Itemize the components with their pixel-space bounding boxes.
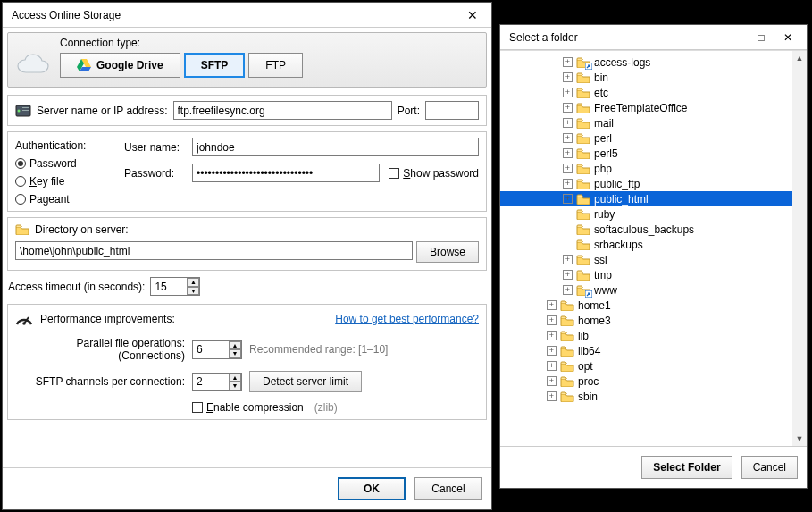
tree-item[interactable]: +tmp bbox=[500, 267, 807, 282]
tree-item[interactable]: +public_html bbox=[500, 191, 807, 206]
parallel-spin-up[interactable]: ▲ bbox=[229, 341, 241, 350]
gdrive-label: Google Drive bbox=[96, 59, 163, 71]
username-input[interactable] bbox=[192, 138, 479, 156]
directory-input[interactable] bbox=[15, 241, 413, 260]
tree-item[interactable]: +php bbox=[500, 161, 807, 176]
tree-item[interactable]: +lib64 bbox=[500, 343, 807, 358]
expand-icon[interactable]: + bbox=[547, 361, 557, 371]
dialog-title: Access Online Storage bbox=[8, 9, 459, 21]
expand-icon[interactable]: + bbox=[563, 103, 573, 113]
expand-icon[interactable]: + bbox=[563, 179, 573, 189]
folder-icon bbox=[576, 88, 590, 98]
parallel-spin-down[interactable]: ▼ bbox=[229, 349, 241, 358]
tree-item[interactable]: +mail bbox=[500, 115, 807, 130]
tree-item[interactable]: +FreeTemplateOffice bbox=[500, 100, 807, 115]
channels-label: SFTP channels per connection: bbox=[15, 375, 185, 388]
auth-section: Authentication: Password Key file Pagean… bbox=[7, 131, 487, 212]
tree-item[interactable]: +lib bbox=[500, 328, 807, 343]
server-section: Server name or IP address: Port: bbox=[7, 95, 487, 126]
tree-item[interactable]: +bin bbox=[500, 70, 807, 85]
connection-gdrive-button[interactable]: Google Drive bbox=[60, 53, 180, 78]
expand-icon[interactable]: + bbox=[547, 315, 557, 325]
expand-icon[interactable]: + bbox=[563, 164, 573, 173]
expand-icon[interactable]: + bbox=[563, 285, 573, 295]
expand-icon[interactable]: + bbox=[563, 118, 573, 128]
close-icon[interactable]: ✕ bbox=[774, 28, 801, 47]
expand-icon[interactable]: + bbox=[563, 72, 573, 82]
auth-keyfile-label: Key file bbox=[29, 175, 64, 188]
tree-item[interactable]: +etc bbox=[500, 85, 807, 100]
expand-icon[interactable]: + bbox=[547, 346, 557, 356]
tree-item-label: mail bbox=[594, 117, 614, 130]
password-input[interactable] bbox=[192, 164, 380, 182]
close-icon[interactable]: ✕ bbox=[459, 5, 486, 25]
scroll-up-icon[interactable]: ▲ bbox=[792, 51, 807, 65]
scroll-down-icon[interactable]: ▼ bbox=[792, 432, 807, 446]
sftp-label: SFTP bbox=[201, 59, 229, 71]
tree-item[interactable]: +perl bbox=[500, 130, 807, 146]
tree-item-label: php bbox=[594, 163, 612, 175]
minimize-icon[interactable]: — bbox=[721, 28, 748, 47]
tree-item[interactable]: +opt bbox=[500, 358, 807, 374]
folder-tree[interactable]: +access-logs+bin+etc+FreeTemplateOffice+… bbox=[500, 50, 807, 446]
ftp-label: FTP bbox=[265, 59, 286, 71]
detect-server-limit-button[interactable]: Detect server limit bbox=[249, 371, 362, 392]
expand-icon[interactable]: + bbox=[563, 133, 573, 143]
tree-item-label: perl bbox=[594, 132, 612, 145]
expand-icon[interactable]: + bbox=[563, 148, 573, 158]
cancel-button[interactable]: Cancel bbox=[414, 477, 482, 500]
connection-ftp-button[interactable]: FTP bbox=[248, 53, 303, 78]
timeout-spin-up[interactable]: ▲ bbox=[187, 278, 199, 287]
tree-item[interactable]: +proc bbox=[500, 374, 807, 389]
tree-item[interactable]: +public_ftp bbox=[500, 176, 807, 191]
tree-item-label: srbackups bbox=[594, 239, 643, 251]
tree-item-label: home3 bbox=[578, 315, 611, 327]
tree-item[interactable]: +www bbox=[500, 282, 807, 298]
server-input[interactable] bbox=[173, 101, 392, 120]
tree-item[interactable]: +sbin bbox=[500, 389, 807, 404]
expand-icon[interactable]: + bbox=[547, 376, 557, 386]
auth-pageant-radio[interactable]: Pageant bbox=[15, 193, 113, 206]
tree-item[interactable]: +access-logs bbox=[500, 55, 807, 70]
expand-icon[interactable]: + bbox=[547, 331, 557, 340]
username-label: User name: bbox=[124, 141, 187, 154]
folder-icon bbox=[576, 270, 590, 281]
channels-spin-down[interactable]: ▼ bbox=[229, 382, 241, 390]
cancel-button[interactable]: Cancel bbox=[741, 456, 798, 479]
channels-spin-up[interactable]: ▲ bbox=[229, 374, 241, 382]
svg-rect-5 bbox=[22, 107, 29, 108]
show-password-checkbox[interactable]: Show password bbox=[389, 167, 479, 180]
expand-icon[interactable]: + bbox=[563, 88, 573, 97]
expand-icon[interactable]: + bbox=[547, 391, 557, 401]
port-input[interactable] bbox=[425, 101, 479, 120]
folder-icon bbox=[560, 315, 574, 326]
tree-item[interactable]: ruby bbox=[500, 206, 807, 222]
browse-button[interactable]: Browse bbox=[416, 241, 479, 263]
tree-item-label: softaculous_backups bbox=[594, 223, 694, 236]
maximize-icon[interactable]: □ bbox=[748, 28, 774, 47]
select-folder-button[interactable]: Select Folder bbox=[641, 456, 732, 479]
tree-item-label: tmp bbox=[594, 269, 612, 281]
tree-item[interactable]: +home1 bbox=[500, 298, 807, 313]
ok-button[interactable]: OK bbox=[338, 477, 406, 500]
tree-item[interactable]: softaculous_backups bbox=[500, 222, 807, 237]
tree-item[interactable]: +perl5 bbox=[500, 146, 807, 161]
auth-password-radio[interactable]: Password bbox=[15, 157, 113, 170]
dialog-buttons: OK Cancel bbox=[3, 467, 491, 509]
performance-help-link[interactable]: How to get best performance? bbox=[335, 313, 479, 325]
expand-icon[interactable]: + bbox=[563, 270, 573, 280]
tree-item[interactable]: +ssl bbox=[500, 252, 807, 267]
connection-sftp-button[interactable]: SFTP bbox=[184, 53, 246, 78]
expand-icon[interactable]: + bbox=[563, 57, 573, 67]
enable-compression-checkbox[interactable]: Enable compression bbox=[192, 401, 304, 414]
expand-icon[interactable]: + bbox=[547, 300, 557, 310]
tree-item[interactable]: srbackups bbox=[500, 237, 807, 252]
tree-item[interactable]: +home3 bbox=[500, 313, 807, 328]
scrollbar[interactable]: ▲ ▼ bbox=[792, 51, 807, 446]
tree-item-label: public_ftp bbox=[594, 178, 640, 190]
timeout-spin-down[interactable]: ▼ bbox=[187, 287, 199, 296]
auth-keyfile-radio[interactable]: Key file bbox=[15, 175, 113, 188]
gauge-icon bbox=[15, 310, 33, 328]
expand-icon[interactable]: + bbox=[563, 194, 573, 204]
expand-icon[interactable]: + bbox=[563, 255, 573, 264]
